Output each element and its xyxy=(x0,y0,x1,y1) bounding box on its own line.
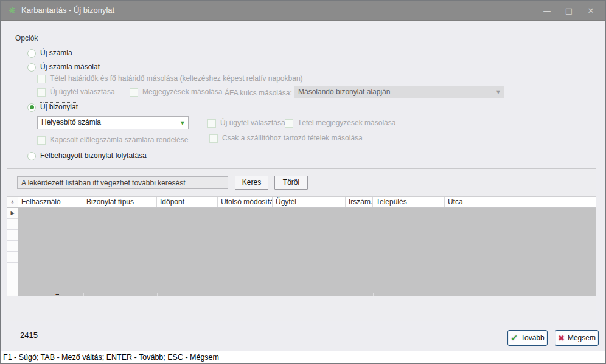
checkbox-box xyxy=(285,119,293,128)
chevron-down-icon: ▼ xyxy=(496,90,500,95)
checkbox-box xyxy=(130,88,138,97)
radio-new-invoice[interactable]: Új számla xyxy=(27,49,72,58)
maximize-icon[interactable]: □ xyxy=(558,6,580,15)
vat-copy-dropdown[interactable]: Másolandó bizonylat alapján ▼ xyxy=(294,86,504,98)
radio-circle xyxy=(27,152,36,160)
clear-button[interactable]: Töröl xyxy=(274,176,308,190)
checkbox-item-notes-label: Tétel megjegyzések másolása xyxy=(298,118,395,128)
cancel-x-icon: ✖ xyxy=(558,334,565,342)
next-button-label: Tovább xyxy=(521,334,545,342)
checkbox-linked-advance[interactable]: Kapcsolt előlegszámla számlára rendelése xyxy=(37,136,188,145)
radio-new-invoice-label: Új számla xyxy=(40,49,72,58)
close-icon[interactable]: ✕ xyxy=(580,6,602,15)
next-button[interactable]: ✔ Tovább xyxy=(507,330,548,346)
table-header-row: ✳ Felhasználó Bizonylat típus Időpont Ut… xyxy=(7,196,596,208)
column-header-ugyfel[interactable]: Ügyfél xyxy=(273,197,346,207)
column-header-idopont[interactable]: Időpont xyxy=(157,197,218,207)
document-type-dropdown[interactable]: Helyesbítő számla ▼ xyxy=(37,116,189,129)
checkbox-new-client-doc-label: Új ügyfél választása xyxy=(220,118,285,128)
table-row[interactable] xyxy=(7,219,18,230)
document-type-dropdown-value: Helyesbítő számla xyxy=(41,118,101,126)
status-bar-text: F1 - Súgó; TAB - Mező váltás; ENTER - To… xyxy=(3,353,219,362)
checkbox-box xyxy=(207,119,216,128)
results-panel: Keres Töröl ✳ Felhasználó Bizonylat típu… xyxy=(7,168,596,321)
checkbox-new-client-doc[interactable]: Új ügyfél választása xyxy=(207,118,285,128)
radio-invoice-copy[interactable]: Új számla másolat xyxy=(27,63,100,72)
vat-copy-label: ÁFA kulcs másolása: xyxy=(225,89,292,97)
checkbox-supplier-items-label: Csak a szállítóhoz tartozó tételek másol… xyxy=(222,134,363,143)
vat-copy-dropdown-value: Másolandó bizonylat alapján xyxy=(298,88,390,96)
table-body: ▶ xyxy=(7,208,596,296)
row-selector-header-icon: ✳ xyxy=(7,197,18,207)
cursor-artifact xyxy=(55,294,59,295)
radio-new-document-label: Új bizonylat xyxy=(40,103,78,112)
checkbox-supplier-items[interactable]: Csak a szállítóhoz tartozó tételek másol… xyxy=(209,134,363,143)
checkbox-box xyxy=(37,75,46,83)
column-header-bizonylat-tipus[interactable]: Bizonylat típus xyxy=(83,197,157,207)
checkbox-new-client-copy-label: Új ügyfél választása xyxy=(50,88,115,97)
column-header-utolso-modositas[interactable]: Utolsó módosítás xyxy=(218,197,273,207)
status-bar: F1 - Súgó; TAB - Mező váltás; ENTER - To… xyxy=(1,351,605,364)
cancel-button-label: Mégsem xyxy=(568,334,596,342)
checkbox-linked-advance-label: Kapcsolt előlegszámla számlára rendelése xyxy=(50,136,188,145)
record-count: 2415 xyxy=(20,331,38,340)
checkbox-box xyxy=(37,136,46,145)
radio-continue-document-label: Félbehagyott bizonylat folytatása xyxy=(40,151,147,160)
empty-results-area xyxy=(18,208,596,296)
cancel-button[interactable]: ✖ Mégsem xyxy=(555,330,599,346)
checkbox-copy-deadlines[interactable]: Tétel határidők és fő határidő másolása … xyxy=(37,74,303,83)
table-row[interactable] xyxy=(7,241,18,252)
maintenance-new-document-dialog: ❋ Karbantartás - Új bizonylat — □ ✕ Opci… xyxy=(0,0,606,364)
checkbox-copy-notes[interactable]: Megjegyzések másolása xyxy=(130,88,222,97)
table-row[interactable] xyxy=(7,284,18,295)
search-button[interactable]: Keres xyxy=(235,176,268,190)
table-row[interactable] xyxy=(7,252,18,263)
current-row-indicator[interactable]: ▶ xyxy=(7,208,18,219)
column-header-irszam[interactable]: Irszám. xyxy=(346,197,373,207)
window-title: Karbantartás - Új bizonylat xyxy=(21,5,114,15)
row-selector-column: ▶ xyxy=(7,208,18,296)
checkbox-copy-deadlines-label: Tétel határidők és fő határidő másolása … xyxy=(50,74,303,83)
column-header-telepules[interactable]: Település xyxy=(373,197,445,207)
column-header-felhasznalo[interactable]: Felhasználó xyxy=(18,197,83,207)
table-row[interactable] xyxy=(7,273,18,284)
radio-invoice-copy-label: Új számla másolat xyxy=(40,63,100,72)
checkbox-copy-notes-label: Megjegyzések másolása xyxy=(142,88,222,97)
app-icon: ❋ xyxy=(9,5,16,15)
checkbox-new-client-copy[interactable]: Új ügyfél választása xyxy=(37,88,115,97)
radio-circle-selected xyxy=(27,103,36,112)
checkbox-box xyxy=(209,134,218,143)
checkbox-item-notes[interactable]: Tétel megjegyzések másolása xyxy=(285,118,395,128)
options-groupbox: Opciók Új számla Új számla másolat Tétel… xyxy=(7,39,596,163)
checkbox-box xyxy=(37,88,46,97)
window-controls: — □ ✕ xyxy=(536,1,602,21)
table-row[interactable] xyxy=(7,230,18,241)
table-row[interactable] xyxy=(7,263,18,273)
minimize-icon[interactable]: — xyxy=(536,6,558,15)
check-icon: ✔ xyxy=(510,334,518,342)
column-header-utca[interactable]: Utca xyxy=(445,197,596,207)
radio-continue-document[interactable]: Félbehagyott bizonylat folytatása xyxy=(27,151,147,160)
radio-circle xyxy=(27,63,36,72)
titlebar: ❋ Karbantartás - Új bizonylat — □ ✕ xyxy=(1,1,605,21)
radio-new-document[interactable]: Új bizonylat xyxy=(27,103,78,112)
radio-circle xyxy=(27,49,36,58)
chevron-down-icon: ▼ xyxy=(181,121,184,126)
options-group-label: Opciók xyxy=(13,34,40,43)
search-input[interactable] xyxy=(17,176,228,189)
